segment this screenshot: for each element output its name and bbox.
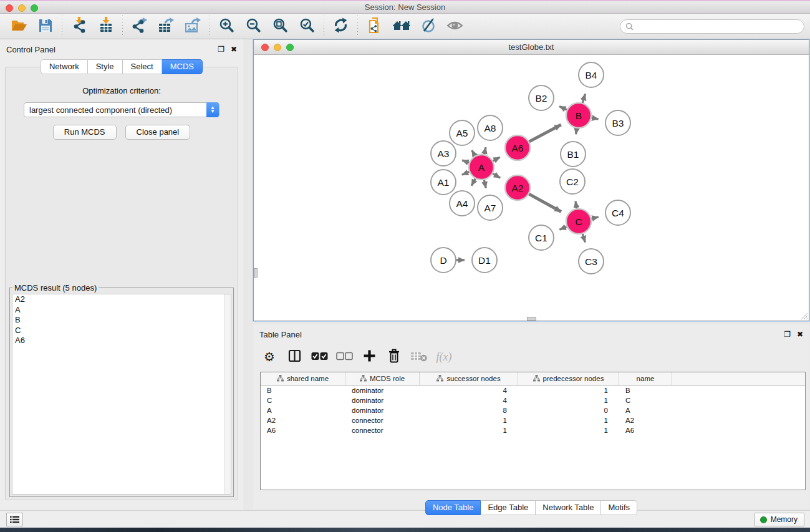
edge-C-C2[interactable] <box>576 201 577 209</box>
resize-grip-icon[interactable] <box>800 312 808 320</box>
column-header-successor-nodes[interactable]: successor nodes <box>420 372 518 385</box>
tab-node-table[interactable]: Node Table <box>425 500 481 515</box>
table-row[interactable]: A6connector11A6 <box>261 425 805 435</box>
zoom-window-icon[interactable] <box>31 4 38 12</box>
select-all-checkboxes-button[interactable] <box>307 346 332 367</box>
node-A[interactable]: A <box>469 155 494 180</box>
tab-style[interactable]: Style <box>88 59 123 74</box>
node-B[interactable]: B <box>566 103 591 128</box>
table-row[interactable]: A2connector11A2 <box>261 415 805 425</box>
tab-network-table[interactable]: Network Table <box>536 500 601 515</box>
node-C1[interactable]: C1 <box>529 225 554 250</box>
node-A8[interactable]: A8 <box>478 115 503 140</box>
hide-annotations-button[interactable] <box>415 15 441 37</box>
edge-B-B3[interactable] <box>592 118 599 119</box>
deselect-checkboxes-button[interactable] <box>332 346 357 367</box>
horizontal-scroll-nub[interactable] <box>527 317 536 321</box>
node-A5[interactable]: A5 <box>450 120 475 145</box>
add-column-button[interactable] <box>357 346 382 367</box>
tab-edge-table[interactable]: Edge Table <box>481 500 536 515</box>
close-table-panel-icon[interactable]: ✖ <box>797 331 803 338</box>
save-session-button[interactable] <box>32 15 59 37</box>
node-B2[interactable]: B2 <box>529 85 554 110</box>
network-zoom-icon[interactable] <box>286 44 294 51</box>
edge-A-A4[interactable] <box>471 179 475 186</box>
search-input[interactable] <box>634 20 804 33</box>
tab-mcds[interactable]: MCDS <box>162 59 203 74</box>
column-header-MCDS-role[interactable]: MCDS role <box>345 372 420 385</box>
edge-A-A3[interactable] <box>462 160 469 163</box>
edge-B-B4[interactable] <box>582 94 585 103</box>
new-network-from-selection-button[interactable] <box>361 15 388 37</box>
result-list-item[interactable]: C <box>12 326 231 336</box>
node-A7[interactable]: A7 <box>478 195 503 220</box>
node-A4[interactable]: A4 <box>450 191 475 216</box>
edge-C-C4[interactable] <box>591 217 598 219</box>
network-view-window[interactable]: testGlobe.txt B4B2BB3A8A5A6A3B1AA1C2A2A4… <box>253 39 809 321</box>
export-table-button[interactable] <box>153 15 180 37</box>
column-header-shared-name[interactable]: shared name <box>261 372 345 385</box>
gear-button[interactable]: ⚙ <box>257 346 282 367</box>
column-header-predecessor-nodes[interactable]: predecessor nodes <box>518 372 619 385</box>
network-close-icon[interactable] <box>261 44 269 51</box>
edge-A-A1[interactable] <box>462 172 470 175</box>
export-network-button[interactable] <box>126 15 153 37</box>
mcds-result-list[interactable]: A2ABCA6 <box>12 294 231 495</box>
edge-A-A8[interactable] <box>485 147 486 154</box>
zoom-out-button[interactable] <box>240 15 267 37</box>
edge-A-A7[interactable] <box>484 180 486 188</box>
table-row[interactable]: Cdominator41C <box>261 395 805 405</box>
node-C[interactable]: C <box>566 209 591 234</box>
node-table[interactable]: shared nameMCDS rolesuccessor nodesprede… <box>260 372 806 490</box>
result-scrollbar[interactable] <box>224 294 231 494</box>
export-image-button[interactable] <box>180 15 206 37</box>
import-network-button[interactable] <box>65 15 92 37</box>
optimization-criterion-dropdown[interactable]: largest connected component (directed) ▲… <box>24 102 219 117</box>
node-A3[interactable]: A3 <box>431 141 456 166</box>
delete-columns-button[interactable] <box>382 346 407 367</box>
run-mcds-button[interactable]: Run MCDS <box>53 125 117 140</box>
network-window-titlebar[interactable]: testGlobe.txt <box>254 40 809 55</box>
tab-network[interactable]: Network <box>41 59 88 74</box>
node-A6[interactable]: A6 <box>505 135 530 160</box>
open-file-button[interactable] <box>5 15 32 37</box>
table-row[interactable]: Adominator80A <box>261 405 805 415</box>
search-box[interactable] <box>620 19 804 34</box>
edge-B-B1[interactable] <box>576 128 577 135</box>
network-canvas[interactable]: B4B2BB3A8A5A6A3B1AA1C2A2A4A7C4CC1C3DD1 <box>254 55 809 321</box>
close-panel-button[interactable]: Close panel <box>125 125 191 140</box>
edge-B-B2[interactable] <box>559 107 567 110</box>
split-columns-button[interactable] <box>282 346 307 367</box>
table-row[interactable]: Bdominator41B <box>261 385 805 395</box>
float-table-panel-icon[interactable]: ❐ <box>784 331 791 338</box>
close-window-icon[interactable] <box>6 4 13 12</box>
zoom-fit-button[interactable] <box>267 15 294 37</box>
node-B4[interactable]: B4 <box>579 62 604 87</box>
float-panel-icon[interactable]: ❐ <box>218 46 224 53</box>
home-button[interactable] <box>388 15 415 37</box>
close-panel-icon[interactable]: ✖ <box>231 46 237 53</box>
result-list-item[interactable]: B <box>12 315 231 326</box>
zoom-selected-button[interactable] <box>294 15 321 37</box>
refresh-button[interactable] <box>327 15 354 37</box>
node-C4[interactable]: C4 <box>605 200 630 225</box>
edge-C-C1[interactable] <box>559 226 566 230</box>
node-A2[interactable]: A2 <box>505 175 530 200</box>
column-header-name[interactable]: name <box>619 372 672 385</box>
result-list-item[interactable]: A6 <box>12 336 231 346</box>
edge-A-A2[interactable] <box>493 173 500 178</box>
minimize-window-icon[interactable] <box>18 4 26 12</box>
import-table-button[interactable] <box>92 15 119 37</box>
show-graphics-button[interactable] <box>441 15 468 37</box>
network-graph[interactable]: B4B2BB3A8A5A6A3B1AA1C2A2A4A7C4CC1C3DD1 <box>254 55 809 321</box>
edge-C-C3[interactable] <box>582 234 585 242</box>
node-C3[interactable]: C3 <box>579 249 604 274</box>
node-D1[interactable]: D1 <box>472 248 497 273</box>
tab-select[interactable]: Select <box>123 59 162 74</box>
node-B1[interactable]: B1 <box>561 142 586 167</box>
network-minimize-icon[interactable] <box>274 44 281 51</box>
result-list-item[interactable]: A <box>12 305 231 316</box>
node-B3[interactable]: B3 <box>605 110 630 135</box>
tab-motifs[interactable]: Motifs <box>601 500 637 515</box>
vertical-scroll-nub[interactable] <box>254 268 258 278</box>
